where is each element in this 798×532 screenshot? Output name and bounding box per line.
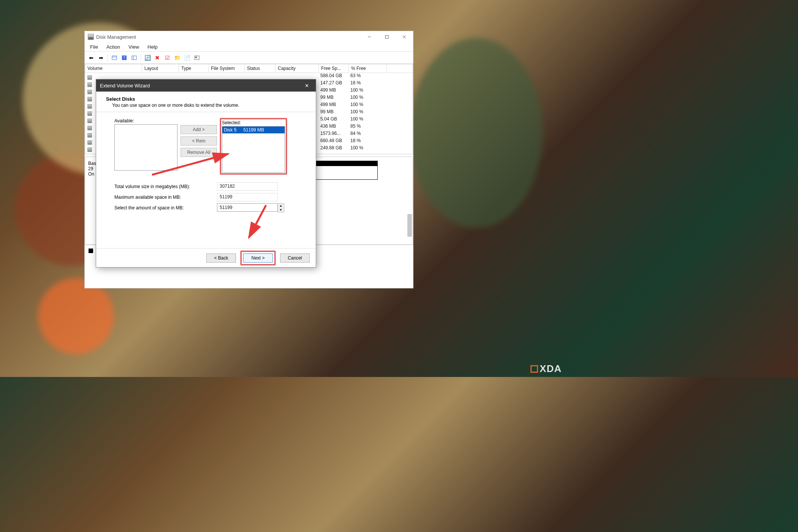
- table-row[interactable]: 499 MB100 %: [319, 87, 413, 95]
- disk-management-icon: [88, 34, 94, 40]
- next-highlight: Next >: [241, 251, 276, 265]
- settings-icon[interactable]: [130, 54, 138, 62]
- spinner-up-button[interactable]: ▲: [278, 204, 284, 208]
- wizard-footer: < Back Next > Cancel: [96, 248, 316, 267]
- next-button[interactable]: Next >: [243, 253, 273, 263]
- table-row[interactable]: 499 MB100 %: [319, 102, 413, 109]
- volume-table-header: Volume Layout Type File System Status Ca…: [85, 64, 413, 73]
- minimize-button[interactable]: [361, 31, 378, 43]
- menubar: File Action View Help: [85, 43, 413, 52]
- menu-action[interactable]: Action: [103, 43, 123, 51]
- folder-icon[interactable]: 📄: [183, 54, 191, 62]
- selected-disk-item[interactable]: Disk 5 51199 MB: [222, 127, 285, 133]
- column-file-system[interactable]: File System: [209, 64, 245, 73]
- wizard-titlebar: Extend Volume Wizard ✕: [96, 79, 316, 92]
- watermark: XDA: [530, 363, 562, 375]
- total-volume-size-value: 307182: [217, 182, 278, 191]
- folder-up-icon[interactable]: 📁: [173, 54, 181, 62]
- remove-all-button[interactable]: Remove All: [180, 148, 217, 157]
- wizard-section-title: Select Disks: [106, 96, 309, 102]
- forward-icon[interactable]: ➡: [97, 54, 105, 62]
- menu-file[interactable]: File: [87, 43, 101, 51]
- wizard-title: Extend Volume Wizard: [100, 83, 150, 89]
- help-icon[interactable]: ?: [120, 54, 128, 62]
- close-button[interactable]: [396, 31, 413, 43]
- add-button[interactable]: Add >: [180, 125, 217, 134]
- extend-volume-wizard-dialog: Extend Volume Wizard ✕ Select Disks You …: [96, 79, 316, 268]
- menu-view[interactable]: View: [125, 43, 142, 51]
- column-volume[interactable]: Volume: [85, 64, 142, 73]
- svg-rect-11: [195, 57, 197, 58]
- back-icon[interactable]: ⬅: [87, 54, 95, 62]
- maximize-button[interactable]: [378, 31, 396, 43]
- column-status[interactable]: Status: [245, 64, 276, 73]
- total-volume-size-label: Total volume size in megabytes (MB):: [114, 184, 217, 189]
- select-amount-label: Select the amount of space in MB:: [114, 205, 217, 211]
- selected-highlight: Selected: Disk 5 51199 MB: [220, 118, 287, 174]
- back-button[interactable]: < Back: [206, 253, 236, 263]
- spinner-down-button[interactable]: ▼: [278, 208, 284, 212]
- table-row[interactable]: 99 MB100 %: [319, 109, 413, 116]
- scrollbar-thumb[interactable]: [407, 214, 412, 237]
- unallocated-swatch: [89, 249, 93, 253]
- table-row[interactable]: 147.27 GB16 %: [319, 80, 413, 87]
- titlebar: Disk Management: [85, 31, 413, 43]
- table-row[interactable]: 436 MB85 %: [319, 124, 413, 131]
- svg-rect-1: [385, 35, 388, 38]
- column-capacity[interactable]: Capacity: [276, 64, 319, 73]
- selected-label: Selected:: [222, 120, 285, 125]
- wizard-close-button[interactable]: ✕: [301, 83, 312, 89]
- select-amount-input[interactable]: [217, 203, 278, 212]
- available-label: Available:: [114, 118, 177, 124]
- show-hide-icon[interactable]: [110, 54, 119, 62]
- check-icon[interactable]: ☑: [163, 54, 171, 62]
- column-type[interactable]: Type: [179, 64, 209, 73]
- svg-text:?: ?: [123, 56, 125, 60]
- watermark-icon: [530, 365, 538, 373]
- watermark-text: XDA: [540, 363, 562, 375]
- table-row[interactable]: 5.04 GB100 %: [319, 116, 413, 124]
- svg-rect-8: [132, 56, 136, 60]
- available-listbox[interactable]: [114, 124, 177, 171]
- cancel-button[interactable]: Cancel: [280, 253, 310, 263]
- window-title: Disk Management: [96, 34, 361, 40]
- refresh-icon[interactable]: 🔄: [143, 54, 152, 62]
- column-pct-free[interactable]: % Free: [349, 64, 387, 73]
- table-row[interactable]: 1573.96...84 %: [319, 131, 413, 138]
- max-available-label: Maximum available space in MB:: [114, 195, 217, 200]
- menu-help[interactable]: Help: [144, 43, 161, 51]
- table-row[interactable]: 99 MB100 %: [319, 95, 413, 102]
- table-row[interactable]: 680.48 GB18 %: [319, 138, 413, 145]
- column-layout[interactable]: Layout: [142, 64, 179, 73]
- svg-rect-4: [112, 56, 117, 60]
- delete-icon[interactable]: ✖: [153, 54, 162, 62]
- properties-icon[interactable]: [193, 54, 201, 62]
- table-row[interactable]: 249.88 GB100 %: [319, 145, 413, 152]
- wizard-header-section: Select Disks You can use space on one or…: [96, 92, 316, 112]
- wizard-section-subtitle: You can use space on one or more disks t…: [106, 102, 309, 108]
- toolbar: ⬅ ➡ ? 🔄 ✖ ☑ 📁 📄: [85, 52, 413, 64]
- remove-button[interactable]: < Rem: [180, 136, 217, 146]
- column-free-space[interactable]: Free Sp...: [319, 64, 349, 73]
- selected-listbox[interactable]: Disk 5 51199 MB: [222, 126, 285, 173]
- table-row[interactable]: 588.04 GB63 %: [319, 73, 413, 80]
- max-available-value: 51199: [217, 193, 278, 201]
